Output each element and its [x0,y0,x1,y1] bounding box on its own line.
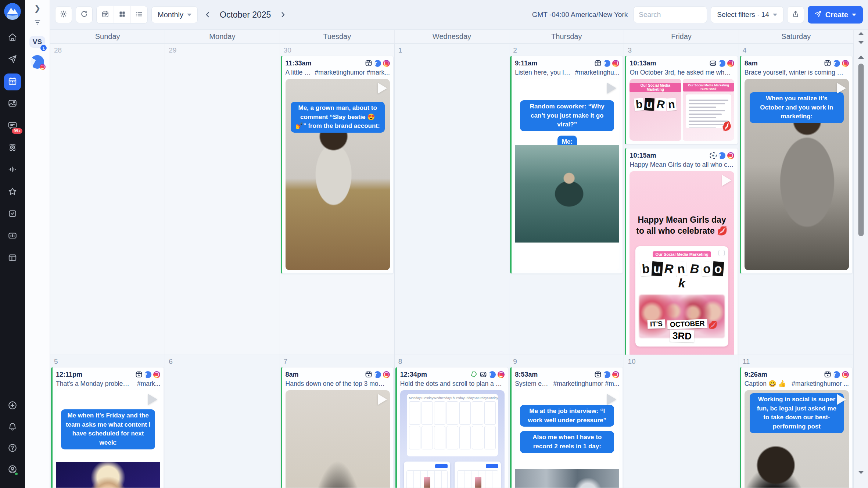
post-card[interactable]: 9:11amListen here, you little...#marketi… [510,56,623,274]
share-button[interactable] [787,6,804,23]
post-media-preview[interactable]: Happy Mean Girls day to all who celebrat… [630,171,734,355]
day-cell[interactable]: 3011:33amA little BTS#marketinghumor #ma… [280,44,395,355]
avatar-icon [718,152,725,159]
day-header: Wednesday [395,30,509,43]
meme-photo [56,462,160,488]
day-cell[interactable]: 512:11pmThat's a Monday problem 😂#mark..… [50,355,165,488]
grid-view-button[interactable] [114,6,130,23]
day-cell[interactable]: 29 [165,44,280,355]
post-card[interactable]: 9:26amCaption 😀 👍#marketinghumor ...Work… [740,367,853,488]
post-caption-text: Happy Mean Girls day to all who celebr..… [630,161,734,169]
list-view-button[interactable] [130,6,147,23]
day-cell[interactable]: 28 [50,44,165,355]
post-media-preview[interactable]: Me when it’s Friday and the team asks me… [56,390,160,488]
post-card[interactable]: 12:34pmHold the dots and scroll to plan … [395,367,508,488]
day-cell[interactable]: 119:26amCaption 😀 👍#marketinghumor ...Wo… [739,355,854,488]
day-cell[interactable]: 98:53amSystem error#marketinghumor #m...… [509,355,624,488]
post-card[interactable]: 8amHands down one of the top 3 moments .… [281,367,394,488]
post-media-preview[interactable]: Random coworker: “Why can’t you just mak… [515,79,619,270]
day-cell[interactable]: 310:13amOn October 3rd, he asked me what… [624,44,739,355]
filters-dropdown[interactable]: Select filters · 14 [711,6,783,23]
next-month-button[interactable] [277,8,289,21]
post-media-preview[interactable]: MondayTuesdayWednesdayThursdayFridaySatu… [400,390,505,488]
sidebar-item-reports[interactable] [4,228,21,245]
post-card[interactable]: 12:11pmThat's a Monday problem 😂#mark...… [51,367,164,488]
post-card[interactable]: 10:13amOn October 3rd, he asked me what … [625,56,738,144]
day-cell[interactable]: 78amHands down one of the top 3 moments … [280,355,395,488]
workspace-badge: 1 [40,45,47,51]
vista-social-logo[interactable] [4,3,21,20]
instagram-icon [612,60,619,67]
sidebar-add-button[interactable] [4,398,21,415]
scroll-up-icon[interactable] [858,32,864,35]
post-channel-icons [709,60,734,67]
instagram-icon [153,371,160,378]
day-cell[interactable]: 6 [165,355,280,488]
scrollbar-up-arrow[interactable] [858,55,864,59]
sidebar-notifications-button[interactable] [4,419,21,436]
meme-bubble: Me at the job interview: “I work well un… [520,405,614,427]
post-card[interactable]: 8:53amSystem error#marketinghumor #m...M… [510,367,623,488]
sidebar-item-connections[interactable] [4,140,21,157]
checkbox-decoration [718,250,725,256]
workspace-pill[interactable]: VS 1 [29,36,45,48]
sidebar-bottom-group [4,398,21,483]
help-icon [8,443,17,454]
date-number: 11 [739,355,853,367]
day-cell[interactable]: 1 [395,44,509,355]
post-card[interactable]: 10:15am+Happy Mean Girls day to all who … [625,148,738,355]
day-cell[interactable]: 29:11amListen here, you little...#market… [509,44,624,355]
post-time: 8am [745,60,758,67]
day-cell[interactable]: 812:34pmHold the dots and scroll to plan… [395,355,509,488]
sidebar-item-home[interactable] [4,29,21,46]
post-time: 10:13am [630,60,656,67]
post-header: 9:26am [745,369,849,380]
profile-filter-icon[interactable] [33,18,42,28]
scrollbar-down-arrow[interactable] [858,471,864,474]
calendar-view-button[interactable] [97,6,114,23]
sidebar-account-button[interactable] [4,462,21,478]
profile-avatar[interactable] [31,55,44,69]
scroll-down-icon[interactable] [858,41,864,44]
post-media-preview[interactable]: Me, a grown man, about to comment “Slay … [286,79,390,270]
reels-icon [365,371,372,378]
view-mode-dropdown[interactable]: Monthly [151,6,198,23]
post-caption: Hands down one of the top 3 moments ... [286,380,390,388]
sidebar-item-reviews[interactable] [4,184,21,201]
post-caption-text: Hands down one of the top 3 moments ... [286,380,390,388]
sidebar-item-inbox[interactable]: 99+ [4,118,21,134]
post-card[interactable]: 11:33amA little BTS#marketinghumor #mark… [281,56,394,274]
vertical-scrollbar [854,30,868,488]
sidebar-item-listening[interactable] [4,162,21,179]
post-card[interactable]: 8amBrace yourself, winter is coming 🎃 🎅 … [740,56,853,274]
sidebar-item-publish[interactable] [4,51,21,68]
reels-icon [824,371,831,378]
expand-sidebar-chevron[interactable]: ❯ [34,4,40,12]
calendar-grid: SundayMondayTuesdayWednesdayThursdayFrid… [50,30,854,488]
post-caption: Hold the dots and scroll to plan a mont.… [400,380,505,388]
primary-sidebar: 99+ [0,0,25,488]
sidebar-item-tasks[interactable] [4,206,21,223]
post-media-preview[interactable]: Me at the job interview: “I work well un… [515,390,619,488]
meme-photo [515,145,619,243]
sidebar-item-calendar[interactable] [4,73,21,90]
post-media-preview[interactable]: Our Social Media MarketingbuRnOur Social… [630,79,734,141]
post-media-preview[interactable]: When you realize it’s October and you wo… [745,79,849,270]
scrollbar-thumb[interactable] [858,64,864,236]
previous-month-button[interactable] [201,8,214,21]
day-cell[interactable]: 10 [624,355,739,488]
post-channel-icons [824,60,849,67]
sidebar-item-planner[interactable] [4,250,21,267]
day-cell[interactable]: 48amBrace yourself, winter is coming 🎃 🎅… [739,44,854,355]
sidebar-help-button[interactable] [4,440,21,457]
post-channel-icons [470,371,505,378]
day-header: Friday [624,30,739,43]
date-number: 2 [509,44,624,56]
search-input[interactable] [634,6,707,23]
post-media-preview[interactable] [286,390,390,488]
post-media-preview[interactable]: Working in social is super fun, bc legal… [745,390,849,488]
settings-button[interactable] [55,6,72,23]
refresh-button[interactable] [76,6,93,23]
sidebar-item-media[interactable] [4,96,21,112]
create-button[interactable]: Create [808,6,863,24]
